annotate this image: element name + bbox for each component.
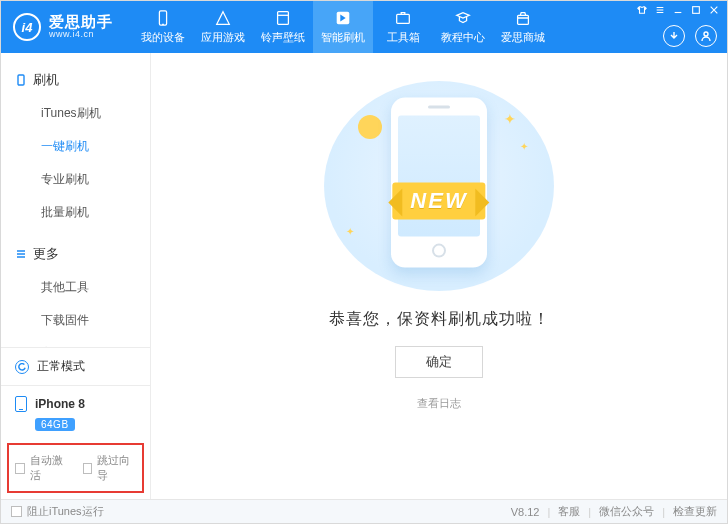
svg-rect-3: [397, 14, 410, 23]
phone-icon: [15, 74, 27, 86]
brand: i4 爱思助手 www.i4.cn: [1, 13, 127, 41]
tshirt-icon[interactable]: [637, 5, 647, 15]
device-mode-label: 正常模式: [37, 358, 85, 375]
check-update-link[interactable]: 检查更新: [673, 504, 717, 519]
brand-logo: i4: [13, 13, 41, 41]
tab-tools[interactable]: 工具箱: [373, 1, 433, 53]
close-icon[interactable]: [709, 5, 719, 15]
tab-device[interactable]: 我的设备: [133, 1, 193, 53]
ring-icon: [274, 9, 292, 27]
download-button[interactable]: [663, 25, 685, 47]
sparkle-icon: ✦: [346, 226, 354, 237]
sidebar-group: 更多其他工具下载固件高级功能: [1, 233, 150, 347]
auto-activate-checkbox[interactable]: 自动激活: [15, 453, 69, 483]
main-tabs: 我的设备应用游戏铃声壁纸智能刷机工具箱教程中心爱思商城: [133, 1, 553, 53]
support-link[interactable]: 客服: [558, 504, 580, 519]
sidebar-item[interactable]: 批量刷机: [1, 196, 150, 229]
status-bar: 阻止iTunes运行 V8.12| 客服| 微信公众号| 检查更新: [1, 499, 727, 523]
svg-rect-7: [18, 75, 24, 85]
wechat-link[interactable]: 微信公众号: [599, 504, 654, 519]
success-message: 恭喜您，保资料刷机成功啦！: [329, 309, 550, 330]
apps-icon: [214, 9, 232, 27]
tut-icon: [454, 9, 472, 27]
hero-illustration: ✦ ✦ ✦ NEW: [324, 81, 554, 291]
tab-label: 我的设备: [141, 30, 185, 45]
svg-point-6: [704, 32, 708, 36]
svg-rect-0: [159, 11, 166, 25]
sun-icon: [358, 115, 382, 139]
minimize-icon[interactable]: [673, 5, 683, 15]
svg-rect-1: [278, 12, 289, 25]
window-controls: [637, 5, 719, 15]
sidebar-item[interactable]: 专业刷机: [1, 163, 150, 196]
tab-tut[interactable]: 教程中心: [433, 1, 493, 53]
tab-flash[interactable]: 智能刷机: [313, 1, 373, 53]
sidebar-group-title: 刷机: [33, 71, 59, 89]
sidebar-group-title: 更多: [33, 245, 59, 263]
tab-ring[interactable]: 铃声壁纸: [253, 1, 313, 53]
menu-icon[interactable]: [655, 5, 665, 15]
svg-rect-4: [518, 15, 529, 24]
svg-rect-5: [693, 7, 700, 14]
sidebar-item[interactable]: 下载固件: [1, 304, 150, 337]
version-label: V8.12: [511, 506, 540, 518]
block-itunes-label: 阻止iTunes运行: [27, 504, 104, 519]
tab-label: 智能刷机: [321, 30, 365, 45]
tab-apps[interactable]: 应用游戏: [193, 1, 253, 53]
tab-label: 铃声壁纸: [261, 30, 305, 45]
tab-label: 工具箱: [387, 30, 420, 45]
sidebar-group-header[interactable]: 刷机: [1, 67, 150, 93]
brand-name: 爱思助手: [49, 14, 113, 30]
block-itunes-checkbox[interactable]: 阻止iTunes运行: [11, 504, 104, 519]
main-panel: ✦ ✦ ✦ NEW 恭喜您，保资料刷机成功啦！ 确定 查看日志: [151, 53, 727, 499]
view-log-link[interactable]: 查看日志: [417, 396, 461, 411]
sidebar-item[interactable]: 一键刷机: [1, 130, 150, 163]
skip-guide-checkbox[interactable]: 跳过向导: [83, 453, 137, 483]
auto-activate-label: 自动激活: [30, 453, 69, 483]
new-ribbon: NEW: [392, 183, 485, 220]
sidebar-item[interactable]: 其他工具: [1, 271, 150, 304]
mall-icon: [514, 9, 532, 27]
app-header: i4 爱思助手 www.i4.cn 我的设备应用游戏铃声壁纸智能刷机工具箱教程中…: [1, 1, 727, 53]
flash-options-highlight: 自动激活 跳过向导: [7, 443, 144, 493]
refresh-icon: [15, 360, 29, 374]
flash-icon: [334, 9, 352, 27]
sparkle-icon: ✦: [520, 141, 528, 152]
tab-label: 教程中心: [441, 30, 485, 45]
skip-guide-label: 跳过向导: [97, 453, 136, 483]
sidebar-item[interactable]: iTunes刷机: [1, 97, 150, 130]
sidebar: 刷机iTunes刷机一键刷机专业刷机批量刷机更多其他工具下载固件高级功能 正常模…: [1, 53, 151, 499]
menu-icon: [15, 248, 27, 260]
phone-icon: [15, 396, 27, 412]
tools-icon: [394, 9, 412, 27]
sidebar-group: 刷机iTunes刷机一键刷机专业刷机批量刷机: [1, 59, 150, 233]
tab-label: 应用游戏: [201, 30, 245, 45]
sparkle-icon: ✦: [504, 111, 516, 127]
ok-button[interactable]: 确定: [395, 346, 483, 378]
device-name: iPhone 8: [35, 397, 85, 411]
user-button[interactable]: [695, 25, 717, 47]
device-info[interactable]: iPhone 8 64GB: [1, 386, 150, 443]
sidebar-group-header[interactable]: 更多: [1, 241, 150, 267]
device-icon: [154, 9, 172, 27]
device-storage-badge: 64GB: [35, 418, 75, 431]
maximize-icon[interactable]: [691, 5, 701, 15]
tab-mall[interactable]: 爱思商城: [493, 1, 553, 53]
device-mode[interactable]: 正常模式: [1, 348, 150, 386]
tab-label: 爱思商城: [501, 30, 545, 45]
brand-site: www.i4.cn: [49, 30, 113, 39]
sidebar-item[interactable]: 高级功能: [1, 337, 150, 347]
